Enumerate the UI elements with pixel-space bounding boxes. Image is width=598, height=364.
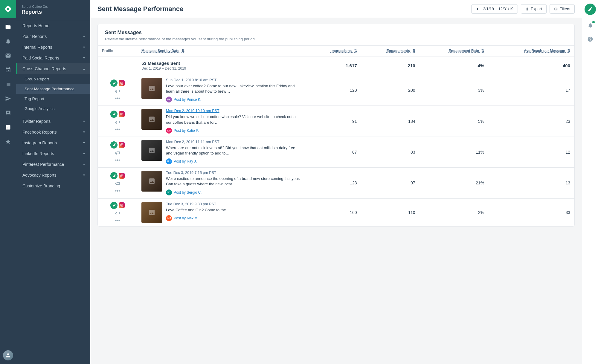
col-message-date[interactable]: Message Sent by Date ⇅ — [137, 46, 306, 56]
rail-item-chart[interactable] — [0, 106, 16, 120]
sidebar-item-customize-branding[interactable]: Customize Branding — [16, 181, 90, 191]
rail-item-alert[interactable] — [0, 34, 16, 48]
col-impressions[interactable]: Impressions ⇅ — [306, 46, 361, 56]
header-actions: ✈ 12/1/19 – 12/31/19 ⬆ Export ⚙ Filters — [471, 4, 575, 14]
rail-item-inbox[interactable] — [0, 48, 16, 63]
message-thumbnail — [141, 78, 162, 99]
engagement-rate-cell: 21% — [419, 168, 489, 198]
more-icon[interactable]: ••• — [115, 188, 120, 194]
engagement-rate-cell: 3% — [419, 75, 489, 106]
more-icon[interactable]: ••• — [115, 127, 120, 132]
rail-item-folder[interactable] — [0, 20, 16, 34]
message-body: Love Coffee and Gin? Come to the… — [166, 207, 302, 213]
message-author: AM Post by Alex M. — [166, 215, 302, 221]
tag-icon: 🏷 — [115, 120, 120, 125]
message-content-cell: Mon Dec 2, 2019 10:10 am PST Did you kno… — [137, 106, 306, 137]
company-name: Sprout Coffee Co. — [22, 5, 85, 8]
sprout-icon — [110, 79, 118, 87]
post-link[interactable]: Post by Katie P. — [174, 129, 199, 133]
table-row: 🏷 ••• Mon Dec 2, 2019 11:11 am PST Where… — [98, 137, 574, 167]
post-link[interactable]: Post by Alex M. — [174, 216, 199, 220]
message-text-block: Tue Dec 3, 2019 7:15 pm PST We're excite… — [166, 171, 302, 195]
avg-reach-cell: 23 — [488, 106, 574, 137]
filters-button[interactable]: ⚙ Filters — [550, 4, 575, 14]
sidebar-sub-sent-message[interactable]: Sent Message Performance — [16, 84, 90, 94]
message-date: Mon Dec 2, 2019 11:11 am PST — [166, 140, 302, 144]
notifications-button[interactable] — [585, 20, 596, 31]
rail-item-send[interactable] — [0, 91, 16, 106]
sidebar-item-cross-channel[interactable]: Cross-Channel Reports ▴ — [16, 63, 90, 74]
sidebar-item-paid-social[interactable]: Paid Social Reports ▾ — [16, 53, 90, 63]
sidebar-item-twitter[interactable]: Twitter Reports ▾ — [16, 116, 90, 127]
instagram-icon — [119, 80, 125, 86]
message-body: We're excited to announce the opening of… — [166, 176, 302, 187]
app-logo[interactable] — [0, 0, 16, 18]
summary-engagement-rate: 4% — [419, 56, 489, 75]
col-engagement-rate[interactable]: Engagement Rate ⇅ — [419, 46, 489, 56]
message-thumbnail — [141, 109, 162, 130]
message-content-cell: Mon Dec 2, 2019 11:11 am PST Where are o… — [137, 137, 306, 167]
sort-icon: ⇅ — [412, 49, 415, 53]
compose-button[interactable] — [585, 4, 596, 15]
sidebar-item-reports-home[interactable]: Reports Home — [16, 20, 90, 31]
sidebar-item-linkedin[interactable]: LinkedIn Reports ▾ — [16, 148, 90, 159]
col-avg-reach[interactable]: Avg Reach per Message ⇅ — [488, 46, 574, 56]
chevron-down-icon: ▾ — [83, 162, 85, 166]
sidebar-item-facebook[interactable]: Facebook Reports ▾ — [16, 127, 90, 137]
chevron-down-icon: ▾ — [83, 45, 85, 49]
message-date[interactable]: Mon Dec 2, 2019 10:10 am PST — [166, 109, 302, 113]
user-avatar[interactable] — [3, 350, 13, 360]
more-icon[interactable]: ••• — [115, 218, 120, 223]
sidebar-sub-google-analytics[interactable]: Google Analytics — [16, 104, 90, 114]
sort-icon: ⇅ — [567, 49, 570, 53]
message-body: Where are our oat milk lovers at!? Did y… — [166, 145, 302, 156]
more-icon[interactable]: ••• — [115, 157, 120, 163]
notification-badge — [592, 21, 595, 23]
export-button[interactable]: ⬆ Export — [521, 4, 547, 14]
sidebar-sub-tag-report[interactable]: Tag Report — [16, 94, 90, 104]
report-card: Sent Messages Review the lifetime perfor… — [97, 24, 575, 227]
right-panel — [582, 0, 598, 364]
table-row: 🏷 ••• Sun Dec 1, 2019 8:10 am PST Love p… — [98, 75, 574, 106]
message-thumbnail — [141, 140, 162, 161]
export-icon: ⬆ — [525, 7, 529, 11]
instagram-icon — [119, 142, 125, 148]
sprout-icon — [110, 141, 118, 149]
impressions-cell: 87 — [306, 137, 361, 167]
sprout-icon — [110, 172, 118, 179]
sidebar-item-internal-reports[interactable]: Internal Reports ▾ — [16, 42, 90, 53]
rail-item-pin[interactable] — [0, 63, 16, 77]
profile-cell: 🏷 ••• — [98, 198, 137, 226]
sidebar-item-pinterest[interactable]: Pinterest Performance ▾ — [16, 159, 90, 170]
rail-item-list[interactable] — [0, 77, 16, 91]
post-link[interactable]: Post by Sergio C. — [174, 190, 202, 195]
engagement-rate-cell: 5% — [419, 106, 489, 137]
engagements-cell: 83 — [361, 137, 419, 167]
sort-icon: ⇅ — [181, 49, 184, 53]
avg-reach-cell: 13 — [488, 168, 574, 198]
sidebar-sub-group-report[interactable]: Group Report — [16, 74, 90, 84]
more-icon[interactable]: ••• — [115, 96, 120, 101]
post-link[interactable]: Post by Prince K. — [174, 97, 201, 102]
chevron-down-icon: ▾ — [83, 130, 85, 134]
date-range-button[interactable]: ✈ 12/1/19 – 12/31/19 — [471, 4, 518, 14]
col-engagements[interactable]: Engagements ⇅ — [361, 46, 419, 56]
sidebar-item-your-reports[interactable]: Your Reports ▾ — [16, 31, 90, 42]
filter-icon: ⚙ — [554, 7, 558, 11]
engagements-cell: 200 — [361, 75, 419, 106]
chevron-down-icon: ▾ — [83, 56, 85, 60]
author-avatar: RJ — [166, 158, 172, 164]
post-link[interactable]: Post by Ray J. — [174, 159, 197, 163]
profile-cell: 🏷 ••• — [98, 75, 137, 106]
sidebar-section-title: Reports — [22, 9, 85, 15]
help-button[interactable] — [585, 33, 596, 45]
author-avatar: PK — [166, 97, 172, 103]
engagements-cell: 184 — [361, 106, 419, 137]
rail-item-reports[interactable] — [0, 120, 16, 134]
message-text-block: Mon Dec 2, 2019 11:11 am PST Where are o… — [166, 140, 302, 164]
sidebar-item-instagram[interactable]: Instagram Reports ▾ — [16, 137, 90, 148]
impressions-cell: 160 — [306, 198, 361, 226]
instagram-icon — [119, 202, 125, 208]
sidebar-item-advocacy[interactable]: Advocacy Reports ▾ — [16, 170, 90, 181]
rail-item-star[interactable] — [0, 134, 16, 149]
